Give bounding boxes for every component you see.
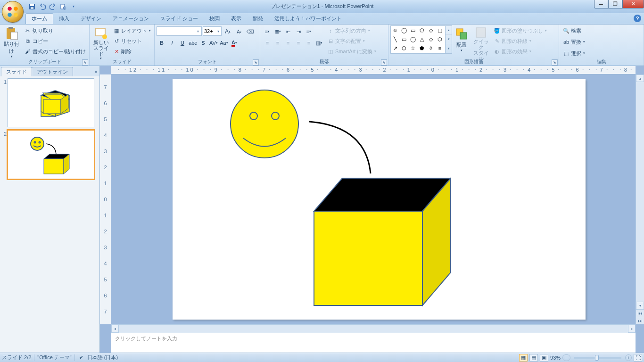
shrink-font-button[interactable]: A▾ [234,26,244,37]
slide-canvas-area[interactable] [111,74,636,324]
zoom-level[interactable]: 93% [550,355,561,361]
horizontal-scrollbar[interactable]: ◂ ▸ [111,324,636,333]
select-button[interactable]: ⬚選択▾ [561,48,586,58]
scroll-left-icon[interactable]: ◂ [111,325,119,333]
thumbnail-item[interactable]: 2 [1,130,99,179]
shapes-gallery-scroll[interactable]: ▴▾▾ [446,25,452,54]
drawing-launcher[interactable]: ⬊ [552,59,558,66]
scroll-down-icon[interactable]: ▾ [636,302,644,309]
vertical-scrollbar[interactable]: ▴ ▾ ⏮ ⏭ [636,74,644,324]
arrange-button[interactable]: 配置▾ [453,25,470,57]
find-button[interactable]: 🔍検索 [561,25,583,36]
shape-outline-button[interactable]: ✎図形の枠線▾ [492,36,548,46]
qat-customize-icon[interactable]: ▾ [69,2,78,11]
spellcheck-icon[interactable]: ✔ [78,354,85,362]
font-launcher[interactable]: ⬊ [253,59,259,66]
align-left-button[interactable]: ≡ [262,38,272,48]
thumbnail-item[interactable]: 1 [1,78,99,127]
tab-developer[interactable]: 開発 [247,14,269,24]
font-name-combo[interactable]: ▾ [157,26,202,36]
change-case-button[interactable]: Aa▾ [219,38,229,48]
scroll-up-icon[interactable]: ▴ [636,74,644,82]
language-indicator[interactable]: 日本語 (日本) [87,354,118,361]
sorter-view-button[interactable]: ▤ [529,354,538,362]
zoom-in-button[interactable]: + [625,354,632,361]
paste-button[interactable]: 貼り付け▾ [2,25,22,57]
svg-rect-5 [30,4,34,6]
office-button[interactable] [2,1,24,23]
tab-view[interactable]: 表示 [225,14,247,24]
help-button[interactable]: ? [634,15,641,22]
panel-tab-outline[interactable]: アウトライン [32,67,73,76]
panel-close-button[interactable]: × [94,69,98,76]
horizontal-ruler[interactable]: ・・12・・・11・・・10・・・9・・・8・・・7・・・6・・・5・・・4・・… [111,66,636,74]
scroll-right-icon[interactable]: ▸ [628,325,636,333]
prev-slide-button[interactable]: ⏮ [636,309,644,317]
tab-insert[interactable]: 挿入 [53,14,75,24]
font-size-combo[interactable]: ▾ [203,26,222,36]
outdent-button[interactable]: ⇤ [283,26,293,37]
tab-review[interactable]: 校閲 [204,14,225,24]
notes-pane[interactable]: クリックしてノートを入力 [111,333,636,353]
layout-button[interactable]: ▦レイアウト▾ [111,25,152,36]
shape-effects-button[interactable]: ◐図形の効果▾ [492,46,548,57]
new-slide-button[interactable]: 新しい スライド▾ [91,25,110,57]
line-spacing-button[interactable]: ≡▾ [304,26,314,37]
slide-canvas[interactable] [173,79,586,320]
vertical-ruler[interactable]: 765432101234567 [100,74,111,324]
strike-button[interactable]: abc [188,38,198,48]
panel-tab-slides[interactable]: スライド [1,67,32,76]
replace-button[interactable]: ab置換▾ [561,37,586,47]
underline-button[interactable]: U [177,38,188,48]
save-icon[interactable] [27,2,37,11]
zoom-slider[interactable] [574,357,621,359]
slideshow-view-button[interactable]: ▣ [540,354,548,362]
shadow-button[interactable]: S [198,38,208,48]
bold-button[interactable]: B [157,38,167,48]
text-direction-button[interactable]: ↕文字列の方向▾ [325,25,378,36]
tab-use[interactable]: 活用しよう！パワーポイント [269,14,347,24]
next-slide-button[interactable]: ⏭ [636,317,644,324]
fit-view-button[interactable]: ⛶ [634,354,642,362]
align-right-button[interactable]: ≡ [283,38,293,48]
justify-button[interactable]: ≡ [293,38,304,48]
tab-design[interactable]: デザイン [75,14,107,24]
redo-icon[interactable] [48,2,58,11]
italic-button[interactable]: I [167,38,177,48]
maximize-button[interactable]: ❐ [608,0,622,8]
smartart-button[interactable]: ◫SmartArt に変換▾ [325,46,378,57]
numbering-button[interactable]: ≣▾ [272,26,283,37]
tab-slideshow[interactable]: スライド ショー [155,14,204,24]
bullets-button[interactable]: ≡▾ [262,26,272,37]
normal-view-button[interactable]: ▦ [519,354,528,362]
reset-button[interactable]: ↺リセット [111,36,152,46]
shape-fill-button[interactable]: 🪣図形の塗りつぶし▾ [492,25,548,36]
tab-home[interactable]: ホーム [25,13,53,24]
close-button[interactable]: ✕ [622,0,644,8]
columns-button[interactable]: ▥▾ [314,38,324,48]
indent-button[interactable]: ⇥ [293,26,304,37]
undo-icon[interactable] [38,2,47,11]
delete-slide-button[interactable]: ✕削除 [111,46,152,57]
distribute-button[interactable]: ≡ [304,38,314,48]
grow-font-button[interactable]: A▴ [223,26,233,37]
format-painter-button[interactable]: 🖌書式のコピー/貼り付け [23,46,87,57]
font-color-button[interactable]: A▾ [229,38,239,48]
clipboard-launcher[interactable]: ⬊ [82,59,88,66]
quick-access-toolbar: ▾ [27,0,78,13]
shapes-gallery[interactable]: ☺◯▭⬠◇▢ ╲▭◯△◇⬡ ↗⬡☆⬟◊≡ [390,25,446,54]
tab-animations[interactable]: アニメーション [107,14,155,24]
minimize-button[interactable]: ─ [594,0,608,8]
thumbnail-2[interactable] [8,130,94,179]
clear-format-button[interactable]: ⌫ [245,26,256,37]
print-preview-icon[interactable] [58,2,68,11]
zoom-out-button[interactable]: − [562,354,570,361]
text-align-button[interactable]: ⊟文字の配置▾ [325,36,378,46]
paragraph-launcher[interactable]: ⬊ [381,59,387,66]
thumbnail-1[interactable] [8,78,94,127]
copy-button[interactable]: ⧉コピー [23,36,87,46]
quickstyle-button[interactable]: クイック スタイル▾ [471,25,491,57]
align-center-button[interactable]: ≡ [272,38,283,48]
char-spacing-button[interactable]: AV▾ [208,38,219,48]
cut-button[interactable]: ✂切り取り [23,25,87,36]
